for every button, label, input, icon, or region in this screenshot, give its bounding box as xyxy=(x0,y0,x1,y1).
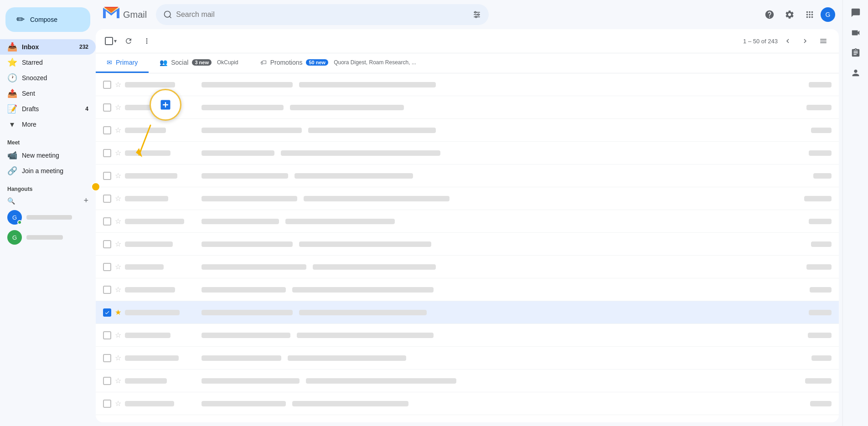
social-preview: OkCupid xyxy=(217,59,238,66)
row-star[interactable]: ☆ xyxy=(115,422,121,422)
help-button[interactable] xyxy=(760,5,779,24)
row-star[interactable]: ☆ xyxy=(115,126,121,134)
search-bar xyxy=(156,4,489,25)
hangout-avatar-2: G xyxy=(7,230,22,245)
hangouts-add-button[interactable]: + xyxy=(83,196,88,205)
row-star[interactable]: ☆ xyxy=(115,240,121,248)
join-meeting-item[interactable]: 🔗 Join a meeting xyxy=(0,163,96,179)
row-checkbox[interactable] xyxy=(103,195,111,203)
nav-drafts[interactable]: 📝 Drafts 4 xyxy=(0,101,96,117)
chat-panel-button[interactable] xyxy=(847,4,865,22)
refresh-button[interactable] xyxy=(120,33,137,49)
row-checkbox[interactable] xyxy=(103,172,111,180)
next-page-button[interactable] xyxy=(797,33,813,49)
row-checkbox[interactable] xyxy=(103,240,111,248)
tasks-panel-button[interactable] xyxy=(847,44,865,62)
row-star[interactable]: ☆ xyxy=(115,217,121,226)
email-row[interactable]: ☆ xyxy=(96,96,839,119)
row-checkbox[interactable] xyxy=(103,377,111,385)
email-row[interactable]: ☆ xyxy=(96,278,839,301)
new-meeting-item[interactable]: 📹 New meeting xyxy=(0,148,96,163)
row-star[interactable]: ☆ xyxy=(115,399,121,408)
row-star[interactable]: ☆ xyxy=(115,285,121,294)
gmail-text: Gmail xyxy=(123,10,147,20)
drafts-badge: 4 xyxy=(85,106,88,112)
more-options-button[interactable] xyxy=(139,33,155,49)
inbox-badge: 232 xyxy=(79,44,88,50)
email-row[interactable]: ☆ xyxy=(96,119,839,142)
inbox-toolbar: ▾ 1 – 50 of 243 xyxy=(96,29,839,53)
tabs: ✉ Primary 👥 Social 3 new OkCupid 🏷 Promo… xyxy=(96,53,839,73)
apps-button[interactable] xyxy=(801,5,819,24)
nav-starred-label: Starred xyxy=(22,59,88,66)
row-star-starred[interactable]: ★ xyxy=(115,308,121,317)
nav-starred[interactable]: ⭐ Starred xyxy=(0,55,96,70)
user-avatar[interactable]: G xyxy=(821,7,835,22)
row-checkbox[interactable] xyxy=(103,400,111,408)
compose-circle-overlay[interactable] xyxy=(150,89,181,121)
new-meeting-icon: 📹 xyxy=(7,150,16,160)
hangout-contact-1[interactable]: G xyxy=(0,207,96,227)
hangout-contact-2[interactable]: G xyxy=(0,227,96,247)
row-checkbox[interactable] xyxy=(103,354,111,362)
svg-line-1 xyxy=(170,16,171,18)
row-checkbox[interactable] xyxy=(103,422,111,423)
view-toggle-button[interactable] xyxy=(815,33,832,49)
row-star[interactable]: ☆ xyxy=(115,262,121,271)
row-star[interactable]: ☆ xyxy=(115,331,121,339)
row-checkbox[interactable] xyxy=(103,217,111,226)
row-star[interactable]: ☆ xyxy=(115,194,121,203)
search-options-button[interactable] xyxy=(472,10,481,19)
nav-sent-label: Sent xyxy=(22,90,88,97)
email-row[interactable]: ☆ xyxy=(96,73,839,96)
row-checkbox[interactable] xyxy=(103,126,111,134)
email-row[interactable]: ☆ xyxy=(96,256,839,278)
email-row[interactable]: ☆ xyxy=(96,142,839,164)
email-row[interactable]: ☆ xyxy=(96,370,839,392)
sidebar: ✏ Compose 📥 Inbox 232 ⭐ Starred 🕐 Snooze… xyxy=(0,0,96,426)
email-row[interactable]: ☆ xyxy=(96,392,839,415)
row-star[interactable]: ☆ xyxy=(115,376,121,385)
select-all-checkbox[interactable]: ▾ xyxy=(103,33,119,49)
tab-social[interactable]: 👥 Social 3 new OkCupid xyxy=(149,53,249,73)
row-star[interactable]: ☆ xyxy=(115,149,121,157)
contacts-panel-button[interactable] xyxy=(847,64,865,82)
row-checkbox[interactable] xyxy=(103,308,111,317)
search-input[interactable] xyxy=(176,10,469,19)
nav-sent[interactable]: 📤 Sent xyxy=(0,86,96,101)
email-row[interactable]: ☆ xyxy=(96,324,839,347)
sent-icon: 📤 xyxy=(7,88,16,98)
promotions-tab-label: Promotions xyxy=(270,59,303,66)
email-row[interactable]: ☆ xyxy=(96,415,839,422)
promotions-tab-icon: 🏷 xyxy=(260,59,267,66)
row-checkbox[interactable] xyxy=(103,149,111,157)
row-star[interactable]: ☆ xyxy=(115,80,121,89)
email-row[interactable]: ☆ xyxy=(96,210,839,233)
row-checkbox[interactable] xyxy=(103,286,111,294)
email-row[interactable]: ☆ xyxy=(96,164,839,187)
row-star[interactable]: ☆ xyxy=(115,171,121,180)
prev-page-button[interactable] xyxy=(780,33,796,49)
more-chevron-icon: ▾ xyxy=(7,119,16,129)
tab-promotions[interactable]: 🏷 Promotions 50 new Quora Digest, Roam R… xyxy=(249,53,427,73)
nav-snoozed[interactable]: 🕐 Snoozed xyxy=(0,70,96,86)
meet-panel-button[interactable] xyxy=(847,24,865,42)
row-checkbox[interactable] xyxy=(103,103,111,112)
email-row[interactable]: ☆ xyxy=(96,187,839,210)
compose-button[interactable]: ✏ Compose xyxy=(5,7,90,32)
search-button[interactable] xyxy=(163,10,172,19)
email-row[interactable]: ☆ xyxy=(96,347,839,370)
row-star[interactable]: ☆ xyxy=(115,103,121,112)
nav-more[interactable]: ▾ More xyxy=(0,117,96,132)
pagination-text: 1 – 50 of 243 xyxy=(743,38,778,45)
tab-primary[interactable]: ✉ Primary xyxy=(96,53,149,73)
settings-button[interactable] xyxy=(780,5,799,24)
row-star[interactable]: ☆ xyxy=(115,354,121,362)
row-checkbox[interactable] xyxy=(103,331,111,339)
email-row[interactable]: ☆ xyxy=(96,233,839,256)
row-checkbox[interactable] xyxy=(103,263,111,271)
email-row-starred[interactable]: ★ xyxy=(96,301,839,324)
nav-inbox[interactable]: 📥 Inbox 232 xyxy=(0,39,96,55)
hangouts-section-label: Hangouts xyxy=(0,182,96,194)
row-checkbox[interactable] xyxy=(103,81,111,89)
